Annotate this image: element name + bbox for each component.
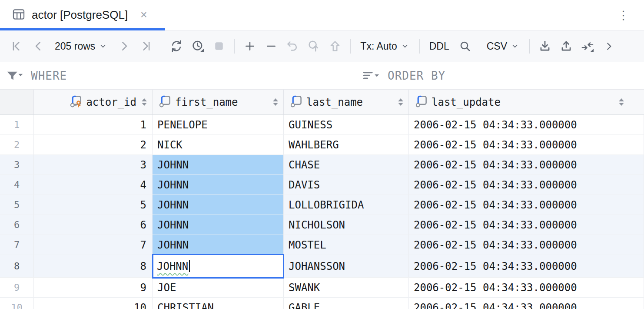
row-number[interactable]: 4 [0,175,34,195]
cell-first-name[interactable]: JOE [153,278,284,297]
transaction-mode-label: Tx: Auto [360,40,397,52]
close-icon[interactable]: × [140,9,147,21]
column-icon [158,94,173,111]
column-header-last-name[interactable]: last_name [284,90,409,114]
cell-last-name[interactable]: NICHOLSON [284,215,409,235]
cell-actor-id[interactable]: 9 [34,278,153,297]
sort-arrows-icon[interactable] [142,98,147,106]
cell-last-update[interactable]: 2006-02-15 04:34:33.000000 [409,215,644,235]
column-icon [289,94,304,111]
last-page-button[interactable] [136,36,156,56]
cell-actor-id[interactable]: 1 [34,115,153,134]
cell-first-name[interactable]: JOHNN [153,155,284,175]
commit-button[interactable] [325,36,345,56]
delete-row-button[interactable] [261,36,281,56]
cell-last-name[interactable]: WAHLBERG [284,135,409,154]
cell-editor[interactable]: JOHNN [152,254,284,279]
tab-actor-postgresql[interactable]: actor [PostgreSQL] × [11,0,147,30]
first-page-icon [10,40,23,53]
table-row: 11PENELOPEGUINESS2006-02-15 04:34:33.000… [0,115,644,135]
row-number[interactable]: 6 [0,215,34,235]
row-number[interactable]: 8 [0,255,34,277]
compare-data-button[interactable] [578,36,598,56]
editor-tab-bar: actor [PostgreSQL] × ⋮ [0,0,644,30]
cell-actor-id[interactable]: 10 [34,298,153,309]
row-number[interactable]: 5 [0,195,34,215]
ddl-button[interactable]: DDL [425,36,454,56]
cell-last-update[interactable]: 2006-02-15 04:34:33.000000 [409,195,644,215]
order-by-label: ORDER BY [388,69,445,82]
row-number[interactable]: 3 [0,155,34,175]
cell-last-name[interactable]: SWANK [284,278,409,297]
export-format-dropdown[interactable]: CSV [482,36,524,56]
import-data-button[interactable] [556,36,576,56]
next-page-button[interactable] [114,36,134,56]
column-header-actor-id[interactable]: actor_id [34,90,153,114]
cell-first-name[interactable]: JOHNN [153,235,284,255]
cell-last-update[interactable]: 2006-02-15 04:34:33.000000 [409,278,644,297]
cell-actor-id[interactable]: 6 [34,215,153,235]
cell-actor-id[interactable]: 2 [34,135,153,154]
cell-actor-id[interactable]: 8 [34,255,153,277]
cell-last-name[interactable]: CHASE [284,155,409,175]
cell-first-name[interactable]: JOHNN [153,255,284,277]
cell-last-name[interactable]: LOLLOBRIGIDA [284,195,409,215]
add-row-button[interactable] [240,36,260,56]
cell-actor-id[interactable]: 5 [34,195,153,215]
row-number-header [0,90,34,114]
cell-first-name[interactable]: JOHNN [153,175,284,195]
page-size-dropdown[interactable]: 205 rows [50,36,113,56]
cell-last-name[interactable]: JOHANSSON [284,255,409,277]
cell-last-update[interactable]: 2006-02-15 04:34:33.000000 [409,175,644,195]
row-number[interactable]: 2 [0,135,34,154]
cell-editor-value: JOHNN [157,260,188,272]
column-header-last-update[interactable]: last_update [409,90,644,114]
reload-page-button[interactable] [166,36,186,56]
cell-last-name[interactable]: MOSTEL [284,235,409,255]
cell-last-name[interactable]: GUINESS [284,115,409,134]
toolbar-separator [234,39,235,54]
cell-first-name[interactable]: PENELOPE [153,115,284,134]
cell-last-name[interactable]: GABLE [284,298,409,309]
row-number[interactable]: 7 [0,235,34,255]
cell-first-name[interactable]: JOHNN [153,195,284,215]
sort-arrows-icon[interactable] [273,98,278,106]
cell-last-update[interactable]: 2006-02-15 04:34:33.000000 [409,155,644,175]
cell-actor-id[interactable]: 4 [34,175,153,195]
query-history-button[interactable] [188,36,208,56]
toolbar-overflow-button[interactable] [599,36,619,56]
cell-first-name[interactable]: JOHNN [153,215,284,235]
cell-last-name[interactable]: DAVIS [284,175,409,195]
toolbar-separator [350,39,351,54]
row-number[interactable]: 9 [0,278,34,297]
cell-last-update[interactable]: 2006-02-15 04:34:33.000000 [409,255,644,277]
first-page-button[interactable] [7,36,27,56]
cell-first-name[interactable]: CHRISTIAN [153,298,284,309]
cell-actor-id[interactable]: 3 [34,155,153,175]
cell-actor-id[interactable]: 7 [34,235,153,255]
row-number[interactable]: 10 [0,298,34,309]
row-number[interactable]: 1 [0,115,34,134]
column-header-first-name[interactable]: first_name [153,90,284,114]
sort-arrows-icon[interactable] [398,98,403,106]
where-filter-input[interactable]: WHERE [0,62,354,89]
more-options-icon[interactable]: ⋮ [614,7,633,24]
cell-last-update[interactable]: 2006-02-15 04:34:33.000000 [409,235,644,255]
transaction-mode-dropdown[interactable]: Tx: Auto [356,36,414,56]
order-by-input[interactable]: ORDER BY [354,62,644,89]
revert-changes-button[interactable] [282,36,302,56]
table-row: 33JOHNNCHASE2006-02-15 04:34:33.000000 [0,155,644,175]
search-button[interactable] [455,36,475,56]
export-format-label: CSV [487,40,507,52]
submit-to-database-button[interactable] [304,36,324,56]
stop-button[interactable] [209,36,229,56]
sort-arrows-icon[interactable] [619,98,624,106]
table-row: 1010CHRISTIANGABLE2006-02-15 04:34:33.00… [0,298,644,309]
cell-last-update[interactable]: 2006-02-15 04:34:33.000000 [409,135,644,154]
export-data-button[interactable] [535,36,555,56]
filter-bar: WHERE ORDER BY [0,62,644,90]
cell-first-name[interactable]: NICK [153,135,284,154]
previous-page-button[interactable] [28,36,48,56]
cell-last-update[interactable]: 2006-02-15 04:34:33.000000 [409,115,644,134]
cell-last-update[interactable]: 2006-02-15 04:34:33.000000 [409,298,644,309]
